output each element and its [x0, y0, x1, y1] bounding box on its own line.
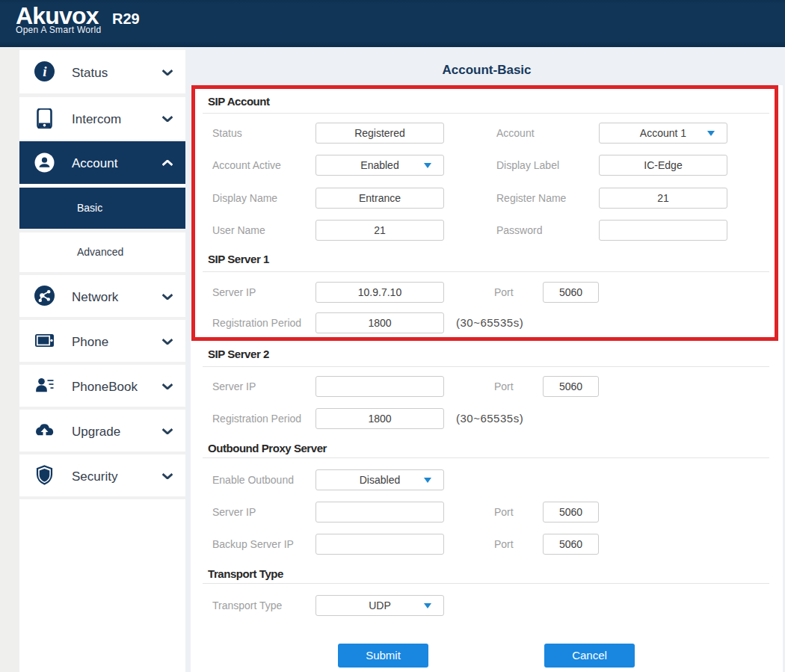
svg-text:i: i [43, 64, 47, 79]
